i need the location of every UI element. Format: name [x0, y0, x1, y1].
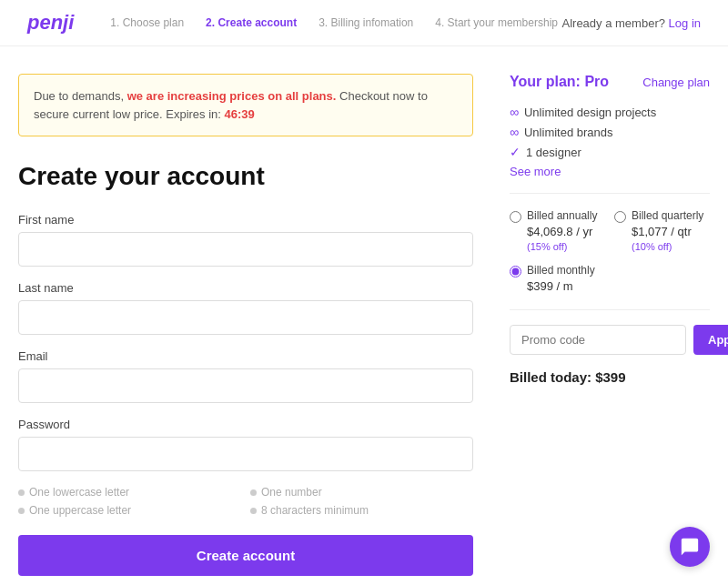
hint-minchars: 8 characters minimum — [250, 504, 473, 517]
billed-today-amount: $399 — [595, 369, 625, 385]
billed-today-label: Billed today: — [510, 369, 592, 385]
feature-1: ∞ Unlimited design projects — [510, 105, 710, 119]
step4-number: 4. — [435, 16, 444, 29]
notice-text-before: Due to demands, — [34, 89, 124, 103]
chat-bubble[interactable] — [670, 527, 710, 567]
feature-2: ∞ Unlimited brands — [510, 125, 710, 139]
password-group: Password — [18, 418, 473, 471]
step3-label: Billing infomation — [331, 16, 414, 29]
already-member-text: Already a member? Log in — [562, 16, 702, 30]
promo-code-input[interactable] — [510, 325, 686, 355]
billing-quarterly-radio[interactable] — [614, 211, 626, 223]
billing-monthly-label: Billed monthly $399 / m — [527, 263, 595, 295]
hint-number: One number — [250, 486, 473, 499]
right-column: Your plan: Pro Change plan ∞ Unlimited d… — [510, 74, 710, 585]
step-3: 3. Billing infomation — [318, 16, 413, 29]
create-account-button[interactable]: Create account — [18, 535, 473, 576]
email-label: Email — [18, 349, 473, 363]
notice-timer: 46:39 — [225, 107, 255, 121]
step3-number: 3. — [318, 16, 328, 29]
header: penji 1. Choose plan 2. Create account 3… — [0, 0, 728, 46]
chat-icon — [680, 537, 700, 557]
first-name-label: First name — [18, 213, 473, 227]
hint-lowercase-text: One lowercase letter — [29, 486, 129, 499]
plan-header: Your plan: Pro Change plan — [510, 74, 710, 90]
step1-label: Choose plan — [123, 16, 184, 29]
hint-dot-minchars — [250, 508, 257, 514]
billing-monthly-radio[interactable] — [510, 266, 521, 277]
left-column: Due to demands, we are increasing prices… — [18, 74, 473, 585]
billing-annually-label: Billed annually $4,069.8 / yr (15% off) — [527, 208, 597, 254]
notice-expires-label: Expires in: — [166, 107, 221, 121]
hint-dot-number — [250, 489, 257, 496]
feature-2-text: Unlimited brands — [524, 126, 613, 139]
step-4: 4. Start your membership — [435, 16, 558, 29]
step4-label: Start your membership — [448, 16, 558, 29]
unlimited-icon-1: ∞ — [510, 105, 519, 119]
billing-monthly[interactable]: Billed monthly $399 / m — [510, 263, 710, 295]
check-icon-1: ✓ — [510, 145, 521, 159]
promo-row: Apply — [510, 325, 710, 355]
plan-name: Pro — [584, 74, 609, 89]
email-input[interactable] — [18, 368, 473, 403]
billed-today: Billed today: $399 — [510, 369, 710, 385]
plan-title: Your plan: Pro — [510, 74, 609, 90]
feature-1-text: Unlimited design projects — [524, 106, 656, 119]
hint-minchars-text: 8 characters minimum — [261, 504, 369, 517]
hint-lowercase: One lowercase letter — [18, 486, 241, 499]
logo: penji — [27, 11, 74, 35]
password-input[interactable] — [18, 437, 473, 471]
billing-quarterly-label: Billed quarterly $1,077 / qtr (10% off) — [632, 208, 703, 254]
step-2: 2. Create account — [206, 16, 297, 29]
step2-label: Create account — [217, 16, 297, 29]
change-plan-link[interactable]: Change plan — [642, 76, 710, 89]
first-name-input[interactable] — [18, 232, 473, 267]
step1-number: 1. — [110, 16, 119, 29]
password-hints: One lowercase letter One number One uppe… — [18, 486, 473, 517]
last-name-label: Last name — [18, 281, 473, 295]
hint-dot-lowercase — [18, 489, 25, 496]
last-name-group: Last name — [18, 281, 473, 335]
hint-uppercase-text: One uppercase letter — [29, 504, 131, 517]
email-group: Email — [18, 349, 473, 403]
see-more-link[interactable]: See more — [510, 165, 710, 178]
feature-3: ✓ 1 designer — [510, 145, 710, 159]
step2-number: 2. — [206, 16, 215, 29]
step-1: 1. Choose plan — [110, 16, 184, 29]
billing-annually-radio[interactable] — [510, 211, 521, 223]
first-name-group: First name — [18, 213, 473, 267]
unlimited-icon-2: ∞ — [510, 125, 519, 139]
steps-nav: 1. Choose plan 2. Create account 3. Bill… — [110, 16, 561, 29]
feature-3-text: 1 designer — [526, 146, 581, 159]
login-link[interactable]: Log in — [669, 16, 701, 30]
notice-highlight: we are increasing prices on all plans. — [127, 89, 337, 103]
hint-number-text: One number — [261, 486, 322, 499]
billing-annually[interactable]: Billed annually $4,069.8 / yr (15% off) — [510, 208, 605, 254]
last-name-input[interactable] — [18, 300, 473, 335]
main-content: Due to demands, we are increasing prices… — [0, 46, 728, 585]
billing-quarterly[interactable]: Billed quarterly $1,077 / qtr (10% off) — [614, 208, 710, 254]
plan-features: ∞ Unlimited design projects ∞ Unlimited … — [510, 105, 710, 194]
billing-options: Billed annually $4,069.8 / yr (15% off) … — [510, 208, 710, 310]
notice-banner: Due to demands, we are increasing prices… — [18, 74, 473, 136]
apply-button[interactable]: Apply — [693, 325, 728, 355]
hint-uppercase: One uppercase letter — [18, 504, 241, 517]
password-label: Password — [18, 418, 473, 431]
hint-dot-uppercase — [18, 508, 25, 514]
form-title: Create your account — [18, 162, 473, 191]
